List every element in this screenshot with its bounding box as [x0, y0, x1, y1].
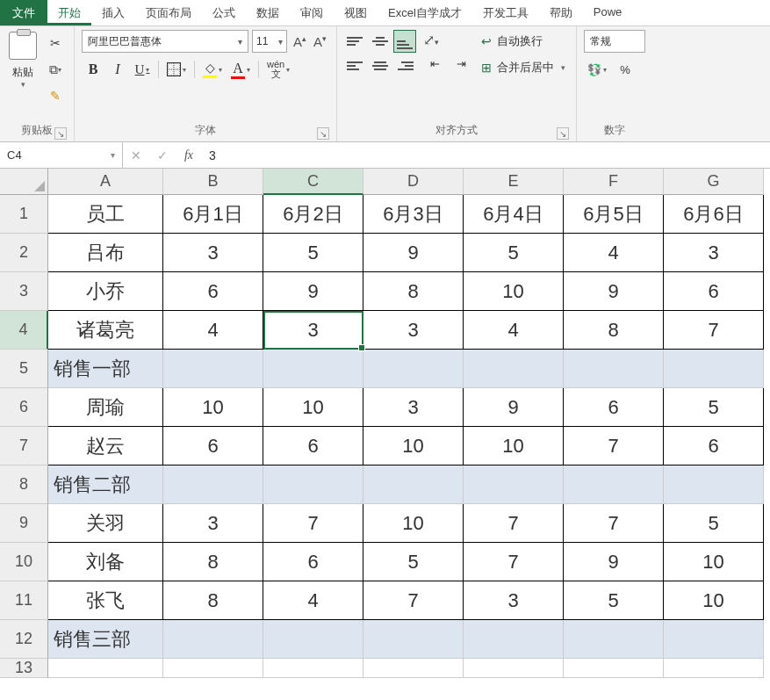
- copy-button[interactable]: ⧉▾: [44, 58, 67, 81]
- cell-A1[interactable]: 员工: [48, 195, 163, 234]
- cell-G9[interactable]: 5: [664, 504, 764, 543]
- cell-E12[interactable]: [464, 620, 564, 659]
- tab-power[interactable]: Powe: [583, 0, 633, 25]
- tab-insert[interactable]: 插入: [91, 0, 135, 25]
- cell-G11[interactable]: 10: [664, 581, 764, 620]
- increase-indent-button[interactable]: ⇥: [450, 52, 472, 75]
- cell-F9[interactable]: 7: [564, 504, 664, 543]
- col-header-D[interactable]: D: [363, 169, 464, 195]
- cell-G10[interactable]: 10: [664, 543, 764, 581]
- select-all-button[interactable]: [0, 169, 48, 195]
- cell-D6[interactable]: 3: [363, 388, 464, 427]
- cell-C5[interactable]: [263, 350, 363, 388]
- cut-button[interactable]: ✂: [44, 32, 67, 54]
- col-header-C[interactable]: C: [263, 169, 363, 195]
- orientation-button[interactable]: ⤢▾: [423, 32, 472, 48]
- cell-E10[interactable]: 7: [464, 543, 564, 581]
- percent-format-button[interactable]: %: [614, 58, 637, 81]
- cancel-formula-button[interactable]: ✕: [123, 148, 149, 162]
- align-middle-button[interactable]: [369, 30, 392, 53]
- tab-devtools[interactable]: 开发工具: [472, 0, 539, 25]
- cell-F7[interactable]: 7: [564, 427, 664, 465]
- cell-D5[interactable]: [363, 350, 464, 388]
- cell-C8[interactable]: [263, 465, 363, 504]
- cell-A12[interactable]: 销售三部: [48, 620, 163, 659]
- formula-input[interactable]: 3: [202, 148, 770, 162]
- cell-E1[interactable]: 6月4日: [464, 195, 564, 234]
- decrease-indent-button[interactable]: ⇤: [423, 52, 446, 75]
- cell-C6[interactable]: 10: [263, 388, 363, 427]
- cell-E8[interactable]: [464, 465, 564, 504]
- row-header-6[interactable]: 6: [0, 388, 48, 427]
- cell-A13[interactable]: [48, 659, 163, 678]
- cell-D13[interactable]: [363, 659, 464, 678]
- cell-A10[interactable]: 刘备: [48, 543, 163, 581]
- cell-D2[interactable]: 9: [363, 234, 464, 272]
- align-right-button[interactable]: [393, 54, 416, 77]
- col-header-A[interactable]: A: [48, 169, 163, 195]
- cell-F12[interactable]: [564, 620, 664, 659]
- cell-A7[interactable]: 赵云: [48, 427, 163, 465]
- cell-B3[interactable]: 6: [163, 272, 263, 311]
- paste-button[interactable]: 粘贴 ▾: [7, 30, 39, 90]
- cell-D7[interactable]: 10: [363, 427, 464, 465]
- cell-E9[interactable]: 7: [464, 504, 564, 543]
- tab-excel-self[interactable]: Excel自学成才: [378, 0, 472, 25]
- cell-E3[interactable]: 10: [464, 272, 564, 311]
- tab-formulas[interactable]: 公式: [202, 0, 246, 25]
- cell-D11[interactable]: 7: [363, 581, 464, 620]
- row-header-9[interactable]: 9: [0, 504, 48, 543]
- name-box[interactable]: C4 ▾: [0, 142, 123, 168]
- cell-B4[interactable]: 4: [163, 311, 263, 350]
- cell-A11[interactable]: 张飞: [48, 581, 163, 620]
- grow-font-button[interactable]: A▴: [291, 32, 309, 51]
- cell-C9[interactable]: 7: [263, 504, 363, 543]
- cell-B5[interactable]: [163, 350, 263, 388]
- confirm-formula-button[interactable]: ✓: [149, 148, 176, 162]
- cell-C3[interactable]: 9: [263, 272, 363, 311]
- tab-help[interactable]: 帮助: [539, 0, 583, 25]
- merge-center-button[interactable]: ⊞ 合并后居中 ▾: [478, 58, 569, 77]
- wrap-text-button[interactable]: ↩ 自动换行: [478, 32, 569, 51]
- cell-C13[interactable]: [263, 659, 363, 678]
- align-bottom-button[interactable]: [393, 30, 416, 53]
- cell-G5[interactable]: [664, 350, 764, 388]
- cell-C11[interactable]: 4: [263, 581, 363, 620]
- row-header-1[interactable]: 1: [0, 195, 48, 234]
- cell-B6[interactable]: 10: [163, 388, 263, 427]
- cell-B9[interactable]: 3: [163, 504, 263, 543]
- cell-F2[interactable]: 4: [564, 234, 664, 272]
- cell-F6[interactable]: 6: [564, 388, 664, 427]
- row-header-4[interactable]: 4: [0, 311, 48, 350]
- cell-B1[interactable]: 6月1日: [163, 195, 263, 234]
- tab-home[interactable]: 开始: [47, 0, 91, 25]
- number-format-select[interactable]: 常规: [584, 30, 645, 53]
- alignment-launcher[interactable]: ↘: [557, 127, 569, 140]
- cell-F11[interactable]: 5: [564, 581, 664, 620]
- cell-E2[interactable]: 5: [464, 234, 564, 272]
- cell-G6[interactable]: 5: [664, 388, 764, 427]
- cell-C2[interactable]: 5: [263, 234, 363, 272]
- cell-B7[interactable]: 6: [163, 427, 263, 465]
- row-header-10[interactable]: 10: [0, 543, 48, 581]
- row-header-11[interactable]: 11: [0, 581, 48, 620]
- cell-F10[interactable]: 9: [564, 543, 664, 581]
- cell-B13[interactable]: [163, 659, 263, 678]
- align-center-button[interactable]: [369, 54, 392, 77]
- font-size-select[interactable]: 11 ▾: [252, 30, 287, 53]
- shrink-font-button[interactable]: A▾: [311, 32, 329, 51]
- fill-color-button[interactable]: ◇ ▾: [199, 58, 226, 81]
- bold-button[interactable]: B: [82, 58, 104, 81]
- cell-C4[interactable]: 3: [263, 311, 363, 350]
- cell-E6[interactable]: 9: [464, 388, 564, 427]
- cell-D9[interactable]: 10: [363, 504, 464, 543]
- cell-G7[interactable]: 6: [664, 427, 764, 465]
- cell-F4[interactable]: 8: [564, 311, 664, 350]
- row-header-7[interactable]: 7: [0, 427, 48, 465]
- align-left-button[interactable]: [344, 54, 367, 77]
- cell-F13[interactable]: [564, 659, 664, 678]
- cell-E4[interactable]: 4: [464, 311, 564, 350]
- cell-B11[interactable]: 8: [163, 581, 263, 620]
- cell-D12[interactable]: [363, 620, 464, 659]
- align-top-button[interactable]: [344, 30, 367, 53]
